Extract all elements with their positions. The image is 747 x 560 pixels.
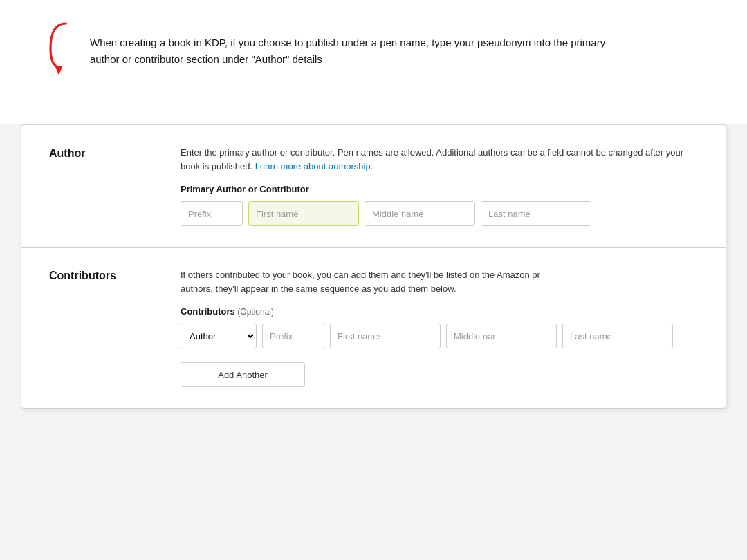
content-card: Author Enter the primary author or contr…: [21, 124, 726, 409]
contributor-fields-row: Author Editor Illustrator Translator For…: [181, 324, 698, 348]
contributor-middlename-input[interactable]: [446, 324, 557, 348]
contributors-section-content: If others contributed to your book, you …: [181, 268, 698, 387]
author-middlename-input[interactable]: [365, 201, 475, 226]
author-lastname-input[interactable]: [481, 201, 591, 226]
instruction-text: When creating a book in KDP, if you choo…: [90, 35, 629, 68]
contributor-lastname-input[interactable]: [562, 324, 673, 348]
arrow-container: [42, 21, 76, 76]
author-firstname-input[interactable]: [248, 201, 359, 226]
primary-author-fields: [181, 201, 698, 226]
contributors-label: Contributors (Optional): [181, 306, 698, 317]
top-instruction-area: When creating a book in KDP, if you choo…: [0, 0, 747, 124]
arrow-icon: [42, 21, 76, 76]
author-section-content: Enter the primary author or contributor.…: [181, 146, 698, 226]
contributors-section-label: Contributors: [49, 268, 160, 387]
contributor-prefix-input[interactable]: [262, 324, 324, 348]
author-section-label: Author: [49, 146, 160, 226]
learn-more-link[interactable]: Learn more about authorship.: [255, 161, 374, 171]
optional-label: (Optional): [237, 307, 274, 317]
svg-marker-0: [55, 66, 62, 75]
primary-author-label: Primary Author or Contributor: [181, 184, 698, 194]
author-description: Enter the primary author or contributor.…: [181, 146, 698, 173]
author-section: Author Enter the primary author or contr…: [21, 125, 726, 247]
add-another-button[interactable]: Add Another: [181, 362, 305, 387]
author-prefix-input[interactable]: [181, 201, 243, 226]
contributors-description: If others contributed to your book, you …: [181, 268, 698, 295]
contributor-firstname-input[interactable]: [330, 324, 441, 348]
contributors-section: Contributors If others contributed to yo…: [21, 247, 726, 408]
contributor-role-select[interactable]: Author Editor Illustrator Translator For…: [181, 324, 257, 348]
